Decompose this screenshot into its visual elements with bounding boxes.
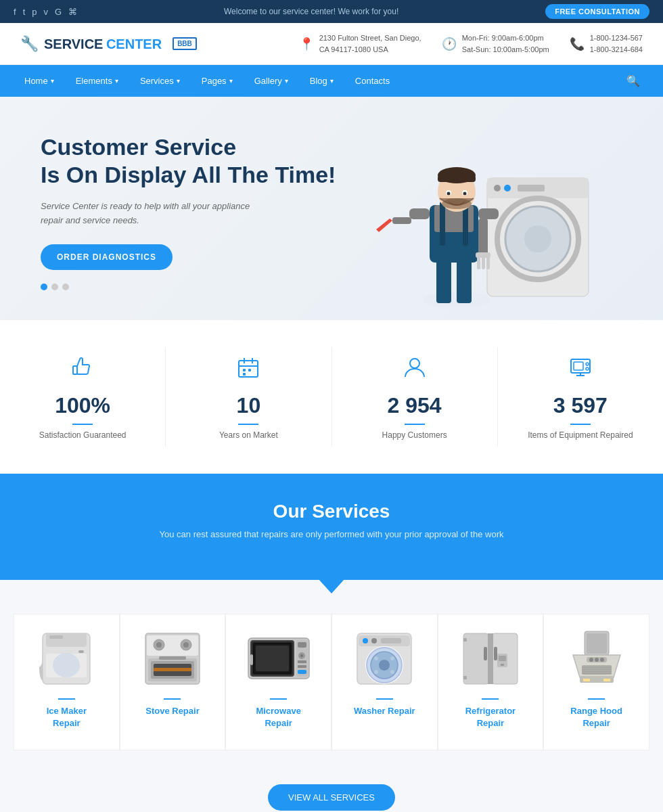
phone-contact: 📞 1-800-1234-567 1-800-3214-684	[570, 32, 643, 55]
stat-satisfaction: 100% Satisfaction Guaranteed	[0, 347, 166, 447]
service-card-stove[interactable]: Stove Repair	[120, 614, 226, 750]
carousel-dot-3[interactable]	[62, 284, 69, 290]
svg-point-72	[300, 654, 303, 657]
svg-rect-61	[154, 668, 191, 671]
service-card-microwave[interactable]: MicrowaveRepair	[225, 614, 332, 750]
address-contact: 📍 2130 Fulton Street, San Diego, CA 9411…	[299, 32, 421, 55]
service-card-ice-maker[interactable]: Ice MakerRepair	[14, 614, 120, 750]
pinterest-icon[interactable]: p	[32, 7, 37, 17]
service-card-washer[interactable]: Washer Repair	[332, 614, 438, 750]
stove-image	[135, 628, 210, 689]
order-diagnostics-button[interactable]: ORDER DIAGNOSTICS	[41, 244, 173, 270]
nav-pages[interactable]: Pages ▾	[191, 66, 244, 95]
nav-blog[interactable]: Blog ▾	[299, 66, 344, 95]
svg-point-44	[586, 363, 589, 365]
nav-contacts[interactable]: Contacts	[344, 66, 401, 95]
facebook-icon[interactable]: f	[14, 7, 16, 17]
svg-rect-81	[381, 638, 401, 644]
header-contacts: 📍 2130 Fulton Street, San Diego, CA 9411…	[299, 32, 643, 55]
svg-point-28	[447, 192, 451, 196]
service-divider	[376, 698, 393, 700]
calendar-icon	[179, 354, 317, 386]
top-bar: f t p v G ⌘ Welcome to our service cente…	[0, 0, 663, 23]
svg-rect-74	[298, 665, 306, 668]
hero-illustration	[352, 124, 609, 307]
svg-rect-10	[457, 256, 472, 303]
search-button[interactable]: 🔍	[617, 65, 649, 97]
view-all-section: VIEW ALL SERVICES	[0, 764, 663, 812]
svg-rect-31	[73, 366, 77, 374]
svg-rect-75	[298, 670, 306, 674]
service-divider	[588, 698, 605, 700]
svg-point-85	[379, 660, 390, 671]
nav-home[interactable]: Home ▾	[14, 66, 65, 95]
stat-divider	[72, 424, 93, 425]
svg-point-86	[374, 656, 378, 660]
carousel-dot-2[interactable]	[51, 284, 58, 290]
chevron-down-icon: ▾	[229, 77, 233, 85]
svg-rect-48	[49, 635, 63, 639]
nav-gallery[interactable]: Gallery ▾	[244, 66, 299, 95]
google-icon[interactable]: G	[55, 7, 62, 17]
svg-rect-73	[298, 660, 306, 663]
service-divider	[58, 698, 75, 700]
phone-icon: 📞	[570, 37, 585, 51]
svg-rect-113	[587, 633, 607, 654]
services-grid: Ice MakerRepair Stove Repair	[0, 580, 663, 764]
hero-title: Customer Service Is On Display All The T…	[41, 133, 338, 189]
svg-point-88	[374, 670, 378, 674]
chevron-down-icon: ▾	[51, 77, 54, 85]
service-divider	[270, 698, 287, 700]
svg-rect-7	[518, 185, 545, 191]
service-divider	[482, 698, 499, 700]
svg-rect-96	[499, 656, 506, 661]
stat-divider	[238, 424, 258, 425]
svg-rect-103	[603, 679, 610, 681]
range-hood-image	[559, 628, 634, 689]
logo[interactable]: 🔧 SERVICE CENTER BBB	[20, 35, 197, 53]
chevron-down-icon: ▾	[115, 77, 118, 85]
stat-divider	[405, 424, 425, 425]
free-consultation-button[interactable]: FREE CONSULTATION	[545, 4, 649, 19]
carousel-dot-1[interactable]	[41, 284, 47, 290]
twitter-icon[interactable]: t	[23, 7, 26, 17]
service-divider	[164, 698, 181, 700]
svg-rect-32	[239, 361, 258, 377]
service-card-range-hood[interactable]: Range HoodRepair	[543, 614, 649, 750]
social-links: f t p v G ⌘	[14, 7, 77, 17]
hero-carousel-dots	[41, 284, 338, 290]
vimeo-icon[interactable]: v	[43, 7, 48, 17]
svg-point-105	[589, 658, 593, 662]
svg-rect-99	[463, 676, 467, 679]
service-label: Washer Repair	[339, 705, 430, 717]
svg-rect-76	[250, 654, 253, 665]
svg-rect-102	[583, 679, 590, 681]
svg-rect-70	[298, 642, 306, 648]
svg-point-45	[586, 367, 589, 370]
hours-contact: 🕐 Mon-Fri: 9:00am-6:00pm Sat-Sun: 10:00a…	[442, 32, 549, 55]
svg-rect-43	[574, 362, 583, 370]
hero-content: Customer Service Is On Display All The T…	[41, 133, 338, 290]
washer-image	[347, 628, 421, 689]
rss-icon[interactable]: ⌘	[68, 7, 77, 17]
svg-rect-21	[486, 256, 490, 269]
stat-years: 10 Years on Market	[166, 347, 332, 447]
microwave-image	[242, 628, 316, 689]
svg-point-107	[600, 658, 604, 662]
service-label: Stove Repair	[127, 705, 219, 717]
svg-rect-36	[243, 369, 246, 371]
service-card-refrigerator[interactable]: RefrigeratorRepair	[438, 614, 544, 750]
svg-rect-94	[494, 647, 497, 660]
svg-rect-98	[463, 638, 467, 641]
site-header: 🔧 SERVICE CENTER BBB 📍 2130 Fulton Stree…	[0, 23, 663, 65]
person-icon	[346, 354, 484, 386]
svg-point-4	[524, 225, 551, 252]
nav-services[interactable]: Services ▾	[129, 66, 191, 95]
bbb-badge: BBB	[173, 37, 197, 50]
svg-rect-38	[243, 373, 246, 376]
svg-rect-20	[482, 256, 485, 269]
svg-rect-37	[248, 369, 251, 371]
view-all-services-button[interactable]: VIEW ALL SERVICES	[268, 784, 395, 811]
nav-elements[interactable]: Elements ▾	[65, 66, 129, 95]
svg-point-79	[363, 638, 368, 644]
